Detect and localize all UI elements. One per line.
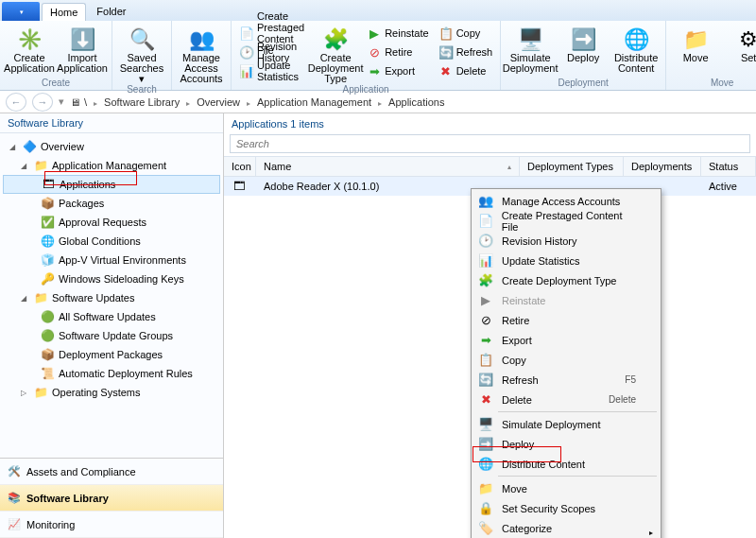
tab-folder[interactable]: Folder: [88, 2, 134, 21]
ctx-distribute-content[interactable]: 🌐Distribute Content: [473, 454, 659, 474]
col-icon[interactable]: Icon: [224, 157, 256, 176]
gear-icon: ⚙: [734, 25, 756, 53]
refresh-icon: 🔄: [438, 44, 454, 60]
list-title: Applications 1 items: [224, 113, 756, 134]
refresh-icon: 🔄: [477, 372, 494, 389]
set-button[interactable]: ⚙Set: [725, 23, 756, 63]
create-application-button[interactable]: ✳️Create Application: [6, 23, 53, 74]
ctx-categorize[interactable]: 🏷️Categorize: [473, 518, 659, 538]
tree-update-groups[interactable]: 🟢Software Update Groups: [0, 326, 223, 345]
import-application-button[interactable]: ⬇️Import Application: [59, 23, 106, 74]
distribute-content-button[interactable]: 🌐Distribute Content: [612, 23, 660, 74]
tree-software-updates[interactable]: ◢📁Software Updates: [0, 288, 223, 307]
ctx-move[interactable]: 📁Move: [473, 478, 659, 498]
group-label-create: Create: [42, 78, 70, 88]
export-icon: ➡: [367, 63, 382, 78]
forward-button[interactable]: →: [32, 93, 53, 112]
accounts-icon: 👥: [187, 25, 215, 53]
accounts-icon: 👥: [477, 193, 494, 210]
breadcrumb[interactable]: 🖥 \ Software Library Overview Applicatio…: [70, 96, 444, 108]
create-prestaged-button[interactable]: 📄Create Prestaged Content File: [237, 25, 306, 42]
delete-icon: ✖: [477, 391, 494, 408]
file-icon: 📄: [477, 213, 494, 230]
ribbon: ✳️Create Application ⬇️Import Applicatio…: [0, 21, 756, 91]
ctx-prestaged[interactable]: 📄Create Prestaged Content File: [473, 211, 659, 231]
delete-button[interactable]: ✖Delete: [437, 62, 495, 79]
ctx-copy[interactable]: 📋Copy: [473, 350, 659, 370]
refresh-button[interactable]: 🔄Refresh: [437, 43, 495, 61]
tab-strip: Home Folder: [0, 0, 756, 21]
copy-button[interactable]: 📋Copy: [437, 25, 495, 42]
tree-deployment-packages[interactable]: 📦Deployment Packages: [0, 345, 223, 364]
search-input[interactable]: [231, 135, 749, 152]
folder-move-icon: 📁: [477, 480, 494, 497]
tree-sideloading[interactable]: 🔑Windows Sideloading Keys: [0, 269, 223, 288]
history-icon: 🕑: [477, 233, 494, 250]
search-box[interactable]: [230, 134, 750, 153]
ctx-refresh[interactable]: 🔄RefreshF5: [473, 370, 659, 390]
stats-icon: 📊: [239, 63, 254, 78]
simulate-icon: 🖥️: [516, 25, 544, 53]
tree-overview[interactable]: ◢🔷Overview: [0, 137, 223, 156]
ctx-revision-history[interactable]: 🕑Revision History: [473, 231, 659, 251]
history-icon: 🕑: [239, 44, 254, 60]
col-deployment-types[interactable]: Deployment Types: [520, 157, 624, 176]
col-status[interactable]: Status: [701, 157, 756, 176]
nav-tree: ◢🔷Overview ◢📁Application Management 🗔App…: [0, 133, 223, 458]
ctx-set-security-scopes[interactable]: 🔒Set Security Scopes: [473, 498, 659, 518]
ctx-update-statistics[interactable]: 📊Update Statistics: [473, 251, 659, 270]
back-button[interactable]: ←: [6, 93, 26, 112]
manage-access-accounts-button[interactable]: 👥Manage Access Accounts: [178, 23, 225, 84]
tree-operating-systems[interactable]: ▷📁Operating Systems: [0, 383, 223, 402]
category-icon: 🏷️: [477, 520, 494, 537]
tree-global-conditions[interactable]: 🌐Global Conditions: [0, 232, 223, 251]
tree-approval-requests[interactable]: ✅Approval Requests: [0, 213, 223, 232]
copy-icon: 📋: [438, 26, 454, 41]
move-button[interactable]: 📁Move: [672, 23, 719, 63]
deployment-type-icon: 🧩: [321, 25, 350, 53]
reinstate-button[interactable]: ▶Reinstate: [365, 25, 430, 42]
simulate-icon: 🖥️: [477, 416, 494, 433]
tree-auto-rules[interactable]: 📜Automatic Deployment Rules: [0, 364, 223, 383]
tree-app-management[interactable]: ◢📁Application Management: [0, 156, 223, 175]
tab-home[interactable]: Home: [42, 3, 86, 21]
scope-icon: 🔒: [477, 500, 494, 517]
create-deployment-type-button[interactable]: 🧩Create Deployment Type: [312, 23, 359, 84]
wunderbar-software-library[interactable]: 📚Software Library: [0, 485, 223, 512]
ctx-create-deployment-type[interactable]: 🧩Create Deployment Type: [473, 270, 659, 290]
tree-applications[interactable]: 🗔Applications: [3, 175, 220, 194]
ctx-retire[interactable]: ⊘Retire: [473, 310, 659, 330]
wunderbar-assets[interactable]: 🛠️Assets and Compliance: [0, 459, 223, 485]
play-icon: ▶: [367, 26, 382, 41]
folder-move-icon: 📁: [681, 25, 710, 53]
ctx-export[interactable]: ➡Export: [473, 330, 659, 350]
import-icon: ⬇️: [68, 25, 96, 53]
context-menu: 👥Manage Access Accounts 📄Create Prestage…: [471, 188, 662, 538]
tree-appv[interactable]: 🧊App-V Virtual Environments: [0, 251, 223, 269]
ctx-delete[interactable]: ✖DeleteDelete: [473, 390, 659, 409]
simulate-deployment-button[interactable]: 🖥️Simulate Deployment: [507, 23, 554, 74]
ctx-simulate-deployment[interactable]: 🖥️Simulate Deployment: [473, 414, 659, 434]
retire-button[interactable]: ⊘Retire: [365, 43, 430, 61]
distribute-icon: 🌐: [477, 456, 494, 473]
update-statistics-button[interactable]: 📊Update Statistics: [237, 62, 306, 79]
file-menu-button[interactable]: [2, 2, 40, 21]
tree-all-updates[interactable]: 🟢All Software Updates: [0, 307, 223, 326]
ctx-manage-access[interactable]: 👥Manage Access Accounts: [473, 191, 659, 211]
column-headers: Icon Name▴ Deployment Types Deployments …: [224, 156, 756, 177]
deploy-button[interactable]: ➡️Deploy: [559, 23, 607, 74]
revision-history-button[interactable]: 🕑Revision History: [237, 43, 306, 61]
tree-packages[interactable]: 📦Packages: [0, 194, 223, 213]
copy-icon: 📋: [477, 352, 494, 369]
ctx-deploy[interactable]: ➡️Deploy: [473, 434, 659, 454]
export-button[interactable]: ➡Export: [365, 62, 430, 79]
file-icon: 📄: [239, 26, 254, 41]
col-name[interactable]: Name▴: [256, 157, 520, 176]
nav-title: Software Library: [0, 113, 223, 133]
saved-searches-button[interactable]: 🔍Saved Searches ▾: [118, 23, 165, 84]
ctx-reinstate: ▶Reinstate: [473, 290, 659, 310]
col-deployments[interactable]: Deployments: [624, 157, 701, 176]
wunderbar-monitoring[interactable]: 📈Monitoring: [0, 512, 223, 538]
group-label-search: Search: [127, 84, 157, 95]
group-label-application: Application: [343, 84, 389, 95]
